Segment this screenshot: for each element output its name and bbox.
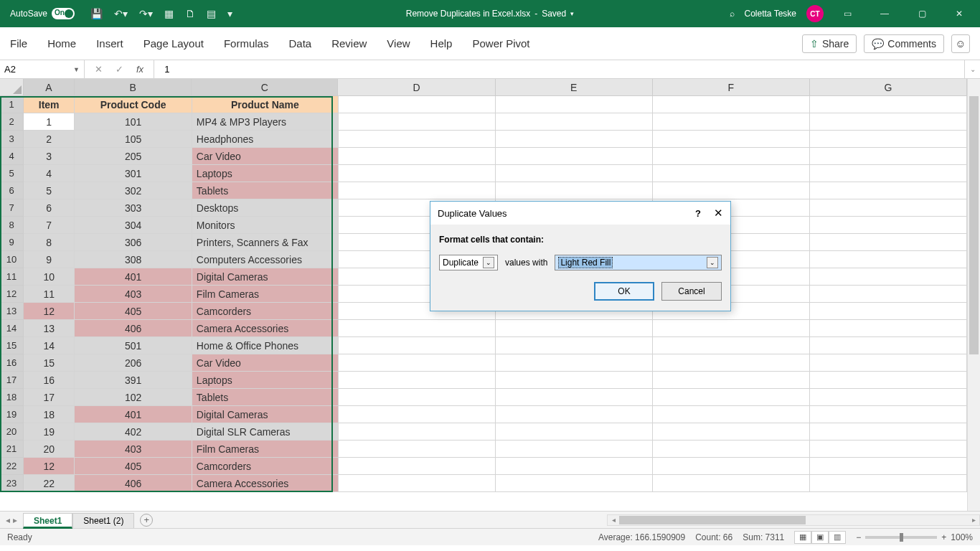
qat-dropdown-icon[interactable]: ▾ — [227, 8, 232, 19]
cell[interactable] — [653, 165, 810, 182]
cell[interactable]: 17 — [24, 389, 75, 406]
cell[interactable]: Car Video — [192, 354, 339, 372]
row-header[interactable]: 16 — [0, 354, 24, 372]
cell[interactable] — [810, 165, 967, 182]
tab-insert[interactable]: Insert — [96, 37, 123, 50]
tab-review[interactable]: Review — [331, 37, 367, 50]
row-header[interactable]: 15 — [0, 337, 24, 354]
cell[interactable] — [653, 475, 810, 492]
row-header[interactable]: 1 — [0, 96, 24, 113]
cell[interactable] — [810, 268, 967, 286]
name-box[interactable]: A2▼ — [0, 60, 85, 78]
cell[interactable] — [810, 148, 967, 165]
cell[interactable]: 391 — [75, 372, 192, 389]
cell[interactable]: Desktops — [192, 199, 339, 217]
cell[interactable] — [339, 475, 496, 492]
cell[interactable]: Camera Accessories — [192, 475, 339, 492]
redo-icon[interactable]: ↷▾ — [139, 8, 153, 19]
dialog-close-icon[interactable]: ✕ — [714, 207, 723, 220]
qat-icon[interactable]: ▦ — [164, 8, 174, 19]
column-header[interactable]: B — [75, 79, 192, 96]
cell[interactable] — [810, 303, 967, 320]
cell[interactable] — [810, 286, 967, 303]
row-header[interactable]: 23 — [0, 475, 24, 492]
row-header[interactable]: 4 — [0, 148, 24, 165]
row-header[interactable]: 18 — [0, 389, 24, 406]
header-cell[interactable]: Item — [24, 96, 75, 113]
row-header[interactable]: 10 — [0, 251, 24, 268]
cell[interactable]: 301 — [75, 165, 192, 182]
cell[interactable] — [653, 148, 810, 165]
duplicate-type-select[interactable]: Duplicate⌄ — [439, 255, 498, 270]
row-header[interactable]: 22 — [0, 458, 24, 475]
cell[interactable]: Film Cameras — [192, 286, 339, 303]
enter-formula-icon[interactable]: ✓ — [116, 64, 123, 75]
cell[interactable] — [810, 475, 967, 492]
cell[interactable] — [496, 148, 653, 165]
cell[interactable] — [339, 354, 496, 372]
qat-icon[interactable]: 🗋 — [185, 8, 195, 19]
header-cell[interactable] — [653, 96, 810, 113]
header-cell[interactable]: Product Name — [192, 96, 339, 113]
cell[interactable] — [339, 320, 496, 337]
cell[interactable]: 5 — [24, 182, 75, 199]
cell[interactable]: 406 — [75, 475, 192, 492]
save-icon[interactable]: 💾 — [90, 8, 103, 19]
cell[interactable]: 102 — [75, 389, 192, 406]
cell[interactable]: Tablets — [192, 182, 339, 199]
cell[interactable] — [339, 337, 496, 354]
cell[interactable]: 7 — [24, 217, 75, 234]
comments-button[interactable]: 💬Comments — [864, 34, 944, 53]
cell[interactable]: Digital Cameras — [192, 268, 339, 286]
cell[interactable] — [810, 337, 967, 354]
cell[interactable]: Camcorders — [192, 303, 339, 320]
cell[interactable] — [653, 389, 810, 406]
cell[interactable]: 19 — [24, 423, 75, 441]
horizontal-scrollbar[interactable]: ◂▸ — [607, 514, 980, 526]
cell[interactable]: Film Cameras — [192, 441, 339, 458]
column-header[interactable]: C — [192, 79, 338, 96]
cell[interactable] — [810, 234, 967, 251]
row-header[interactable]: 2 — [0, 113, 24, 131]
cell[interactable] — [810, 389, 967, 406]
cell[interactable]: 12 — [24, 303, 75, 320]
cell[interactable]: 16 — [24, 372, 75, 389]
cell[interactable]: 18 — [24, 406, 75, 423]
cell[interactable]: Car Video — [192, 148, 339, 165]
cell[interactable]: 302 — [75, 182, 192, 199]
cell[interactable]: 306 — [75, 234, 192, 251]
row-header[interactable]: 11 — [0, 268, 24, 286]
formula-input[interactable]: 1 — [154, 64, 964, 75]
cell[interactable]: 401 — [75, 268, 192, 286]
header-cell[interactable] — [810, 96, 967, 113]
column-header[interactable]: F — [653, 79, 810, 96]
cell[interactable] — [496, 320, 653, 337]
cell[interactable] — [653, 182, 810, 199]
close-icon[interactable]: ✕ — [946, 0, 973, 27]
cell[interactable]: 205 — [75, 148, 192, 165]
cell[interactable]: 20 — [24, 441, 75, 458]
cell[interactable] — [810, 406, 967, 423]
tab-view[interactable]: View — [387, 37, 410, 50]
row-header[interactable]: 7 — [0, 199, 24, 217]
cell[interactable]: 501 — [75, 337, 192, 354]
autosave-toggle[interactable]: AutoSave On — [10, 8, 75, 19]
cell[interactable]: 303 — [75, 199, 192, 217]
cell[interactable] — [653, 337, 810, 354]
cell[interactable] — [339, 131, 496, 148]
zoom-in-icon[interactable]: + — [941, 532, 946, 542]
zoom-out-icon[interactable]: − — [856, 532, 861, 542]
qat-icon[interactable]: ▤ — [207, 8, 216, 19]
cell[interactable] — [496, 131, 653, 148]
vertical-scrollbar[interactable] — [967, 79, 980, 511]
cell[interactable] — [339, 372, 496, 389]
cell[interactable]: 14 — [24, 337, 75, 354]
normal-view-icon[interactable]: ▦ — [794, 531, 811, 544]
cell[interactable]: 9 — [24, 251, 75, 268]
cell[interactable]: 6 — [24, 199, 75, 217]
cell[interactable]: 12 — [24, 458, 75, 475]
cell[interactable] — [339, 458, 496, 475]
cell[interactable]: 304 — [75, 217, 192, 234]
format-select[interactable]: Light Red Fill⌄ — [555, 255, 722, 270]
header-cell[interactable] — [339, 96, 496, 113]
